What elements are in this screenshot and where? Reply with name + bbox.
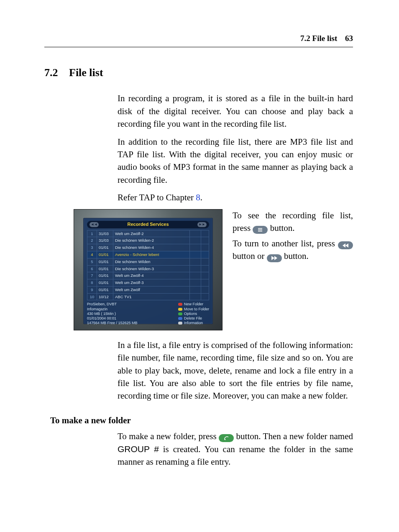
group-folder-name: GROUP # [118, 444, 159, 454]
file-list-row: 1010/12ABC TV1 [87, 293, 209, 300]
osd-title: Recorded Services [99, 221, 197, 228]
osd-nav-right-icon: ►► [197, 222, 207, 227]
svg-rect-1 [258, 228, 262, 229]
body-column: In recording a program, it is stored as … [118, 92, 353, 204]
subsection-heading: To make a new folder [50, 414, 353, 427]
svg-marker-4 [343, 243, 345, 248]
page: 7.2 File list 63 7.2 File list In record… [0, 0, 399, 532]
header-page-number: 63 [345, 34, 353, 43]
osd-title-bar: ◄◄ Recorded Services ►► [87, 221, 209, 228]
rewind-button-icon [338, 241, 353, 249]
file-list-row: 401/01Avenzio - Schöner leben! [87, 251, 209, 258]
paragraph-2: In addition to the recording file list, … [118, 136, 353, 187]
body-column-2: In a file list, a file entry is comprise… [118, 339, 353, 402]
paragraph-1: In recording a program, it is stored as … [118, 92, 353, 130]
svg-point-8 [224, 439, 225, 440]
paragraph-5: To make a new folder, press button. Then… [118, 430, 353, 468]
svg-marker-5 [345, 243, 348, 248]
file-list-row: 901/01Welt um Zwölf [87, 286, 209, 293]
paragraph-4: In a file list, a file entry is comprise… [118, 339, 353, 402]
section-heading: 7.2 File list [44, 65, 353, 81]
section-number: 7.2 [44, 65, 58, 81]
paragraph-3: Refer TAP to Chapter 8. [118, 191, 353, 204]
section-title: File list [69, 66, 103, 79]
file-list-row: 601/01Die schönen Wilden-3 [87, 265, 209, 272]
body-column-3: To make a new folder, press button. Then… [118, 430, 353, 468]
file-list-row: 131/03Welt um Zwölf-2 [87, 230, 209, 237]
file-list-row: 231/03Die schönen Wilden-2 [87, 237, 209, 244]
file-list-row: 501/01Die schönen Wilden [87, 258, 209, 265]
figure-side-text: To see the recording file list, press bu… [233, 209, 353, 265]
file-list-row: 801/01Welt um Zwölf-3 [87, 279, 209, 286]
svg-rect-2 [258, 230, 262, 230]
chapter-8-link[interactable]: 8 [196, 192, 200, 202]
file-list-row: 301/01Die schönen Wilden-4 [87, 244, 209, 251]
running-header: 7.2 File list 63 [44, 33, 353, 47]
svg-marker-6 [271, 256, 274, 260]
sat-button-icon [219, 434, 234, 442]
list-button-icon [253, 226, 268, 234]
file-list-table: 131/03Welt um Zwölf-2231/03Die schönen W… [87, 230, 209, 301]
header-section: 7.2 File list [300, 34, 337, 43]
svg-marker-7 [274, 256, 277, 260]
svg-rect-3 [258, 231, 262, 232]
screenshot-recorded-services: ◄◄ Recorded Services ►► 131/03Welt um Zw… [74, 209, 223, 330]
figure-row: ◄◄ Recorded Services ►► 131/03Welt um Zw… [74, 209, 353, 330]
osd-meta: ProSieben, DVBTInfomagazin430 MB ( 15Min… [87, 302, 174, 325]
file-list-row: 701/01Welt um Zwölf-4 [87, 272, 209, 279]
fast-forward-button-icon [267, 254, 282, 262]
osd-nav-left-icon: ◄◄ [90, 222, 99, 227]
osd-legend: New FolderMove to FolderOptionsDelete Fi… [178, 302, 209, 325]
